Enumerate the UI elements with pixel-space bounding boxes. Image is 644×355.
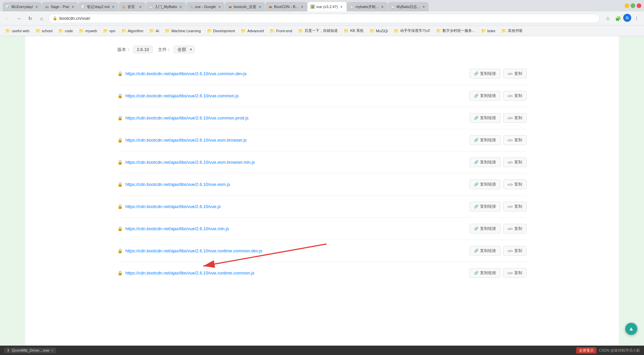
copy-script-label: 复制 标签</span> </button> </div> (514, 71, 522, 77)
browser-tab-6[interactable]: 🔍 vue - Google × (186, 2, 225, 11)
tab-close-icon[interactable]: × (178, 4, 183, 9)
home-button[interactable]: ⌂ (37, 14, 46, 23)
cdn-url-link[interactable]: https://cdn.bootcdn.net/ajax/libs/vue/2.… (125, 204, 470, 209)
extensions-button[interactable]: 🧩 (613, 14, 623, 23)
cdn-url-link[interactable]: https://cdn.bootcdn.net/ajax/libs/vue/2.… (125, 226, 470, 231)
csdn-author: CSDN @菜鸡程序员小新 (599, 348, 640, 353)
browser-tab-2[interactable]: 🤖 Sage - Poe × (42, 2, 78, 11)
bookmark-13[interactable]: 📁 MuZiQi (367, 28, 390, 34)
menu-button[interactable]: ⋮ (632, 14, 641, 23)
bookmark-12[interactable]: 📁 KB 系统 (341, 28, 366, 34)
bookmark-9[interactable]: 📁 Advanced (238, 28, 266, 34)
forward-button[interactable]: → (14, 14, 23, 23)
copy-script-button[interactable]: </> 复制 标签</span> </button> </div> (503, 91, 527, 101)
browser-tab-5[interactable]: 📋 入门_MyBatis × (146, 2, 186, 11)
copy-link-button[interactable]: 🔗 复制链接 (470, 91, 500, 101)
cdn-url-link[interactable]: https://cdn.bootcdn.net/ajax/libs/vue/2.… (125, 115, 470, 120)
profile-avatar[interactable]: G (623, 14, 631, 22)
copy-link-button[interactable]: 🔗 复制链接 (470, 202, 500, 211)
address-bar[interactable]: 🔒 bootcdn.cn/vue/ (48, 14, 600, 23)
bookmark-15[interactable]: 📁 数字乡村统一服务... (433, 28, 478, 34)
browser-tab-3[interactable]: 📝 笔记/day2.md × (78, 2, 118, 11)
download-close-icon[interactable]: × (51, 348, 53, 352)
tab-label: MyBatis日志... (396, 4, 420, 9)
browser-tab-10[interactable]: 📋 mybatis开框... × (347, 2, 387, 11)
cdn-url-link[interactable]: https://cdn.bootcdn.net/ajax/libs/vue/2.… (125, 270, 470, 275)
copy-script-icon: </> (507, 227, 513, 231)
copy-script-button[interactable]: </> 复制 标签</span> </button> </div> (503, 180, 527, 189)
bookmark-14[interactable]: 📁 动手学深度学习v2 (391, 28, 433, 34)
cdn-actions: 🔗 复制链接 </> 复制 标签</span> </button> </div> (470, 202, 527, 211)
cdn-url-link[interactable]: https://cdn.bootcdn.net/ajax/libs/vue/2.… (125, 248, 470, 253)
browser-frame: 📊 MLEveryday/ × 🤖 Sage - Poe × 📝 笔记/day2… (0, 0, 644, 355)
bookmark-4[interactable]: 📁 vpn (100, 28, 118, 34)
browser-tab-7[interactable]: 📦 bootcdn_百度 × (225, 2, 265, 11)
browser-tab-9[interactable]: 🟢 vue (v3.2.47) × (308, 2, 346, 11)
scroll-top-button[interactable]: ▲ (625, 323, 637, 335)
file-select[interactable]: 全部 (174, 46, 195, 53)
tab-close-icon[interactable]: × (34, 4, 39, 9)
browser-tab-4[interactable]: 🏠 首页 × (119, 2, 146, 11)
copy-link-button[interactable]: 🔗 复制链接 (470, 246, 500, 256)
bookmark-3[interactable]: 📁 myweb (76, 28, 100, 34)
copy-link-button[interactable]: 🔗 复制链接 (470, 268, 500, 278)
tab-close-icon[interactable]: × (70, 4, 75, 9)
tab-label: vue (v3.2.47) (316, 5, 338, 9)
bookmark-10[interactable]: 📁 Front-end (267, 28, 295, 34)
bookmark-8[interactable]: 📁 Development (204, 28, 238, 34)
tab-close-icon[interactable]: × (421, 4, 426, 9)
bookmark-folder-icon: 📁 (5, 29, 10, 33)
refresh-button[interactable]: ↻ (25, 14, 35, 23)
browser-tab-8[interactable]: 📦 BootCDN - B... × (265, 2, 307, 11)
bookmark-0[interactable]: 📁 useful web (3, 28, 32, 34)
copy-link-button[interactable]: 🔗 复制链接 (470, 224, 500, 234)
minimize-button[interactable] (625, 3, 629, 8)
bookmark-17[interactable]: 📁 其他书签 (499, 28, 525, 34)
copy-script-button[interactable]: </> 复制 标签</span> </button> </div> (503, 224, 527, 234)
download-item[interactable]: ⬇ QcomMtk_Driver....exe × (4, 348, 56, 353)
copy-script-button[interactable]: </> 复制 标签</span> </button> </div> (503, 69, 527, 79)
star-button[interactable]: ☆ (603, 14, 612, 23)
copy-link-button[interactable]: 🔗 复制链接 (470, 69, 500, 79)
copy-script-button[interactable]: </> 复制 标签</span> </button> </div> (503, 246, 527, 256)
bookmark-11[interactable]: 📁 百度一下，你就知道 (296, 28, 340, 34)
browser-tab-1[interactable]: 📊 MLEveryday/ × (3, 2, 42, 11)
bookmark-7[interactable]: 📁 Machine Learning (162, 28, 203, 34)
copy-link-button[interactable]: 🔗 复制链接 (470, 157, 500, 167)
csdn-label[interactable]: 全屏显示 (576, 347, 596, 354)
bookmark-1[interactable]: 📁 school (33, 28, 55, 34)
copy-script-label: 复制 标签</span> </button> </div> (514, 137, 522, 143)
close-button[interactable] (637, 3, 641, 8)
cdn-actions: 🔗 复制链接 </> 复制 标签</span> </button> </div> (470, 135, 527, 145)
bookmark-label: Front-end (276, 29, 292, 33)
copy-link-button[interactable]: 🔗 复制链接 (470, 135, 500, 145)
tab-close-icon[interactable]: × (217, 4, 222, 9)
tab-close-icon[interactable]: × (380, 4, 385, 9)
cdn-url-link[interactable]: https://cdn.bootcdn.net/ajax/libs/vue/2.… (125, 182, 470, 187)
tab-close-icon[interactable]: × (258, 4, 262, 9)
tab-close-icon[interactable]: × (339, 4, 344, 9)
cdn-url-link[interactable]: https://cdn.bootcdn.net/ajax/libs/vue/2.… (125, 71, 470, 76)
bookmark-6[interactable]: 📁 Ai (147, 28, 162, 34)
tab-close-icon[interactable]: × (138, 4, 143, 9)
tab-label: 入门_MyBatis (155, 4, 177, 9)
bookmark-16[interactable]: 📁 boke (478, 28, 498, 34)
cdn-url-link[interactable]: https://cdn.bootcdn.net/ajax/libs/vue/2.… (125, 93, 470, 98)
back-button[interactable]: ← (3, 14, 12, 23)
copy-script-button[interactable]: </> 复制 标签</span> </button> </div> (503, 268, 527, 278)
bookmark-5[interactable]: 📁 Algorithm (119, 28, 146, 34)
copy-script-button[interactable]: </> 复制 标签</span> </button> </div> (503, 157, 527, 167)
tab-close-icon[interactable]: × (300, 4, 305, 9)
bookmark-2[interactable]: 📁 code (56, 28, 75, 34)
copy-link-button[interactable]: 🔗 复制链接 (470, 113, 500, 123)
cdn-url-link[interactable]: https://cdn.bootcdn.net/ajax/libs/vue/2.… (125, 138, 470, 143)
cdn-url-link[interactable]: https://cdn.bootcdn.net/ajax/libs/vue/2.… (125, 160, 470, 165)
copy-script-button[interactable]: </> 复制 标签</span> </button> </div> (503, 113, 527, 123)
maximize-button[interactable] (631, 3, 635, 8)
copy-script-button[interactable]: </> 复制 标签</span> </button> </div> (503, 135, 527, 145)
copy-link-button[interactable]: 🔗 复制链接 (470, 180, 500, 189)
tab-close-icon[interactable]: × (111, 4, 116, 9)
bookmark-folder-icon: 📁 (481, 29, 486, 33)
copy-script-button[interactable]: </> 复制 标签</span> </button> </div> (503, 202, 527, 211)
browser-tab-11[interactable]: 📋 MyBatis日志... × (388, 2, 429, 11)
